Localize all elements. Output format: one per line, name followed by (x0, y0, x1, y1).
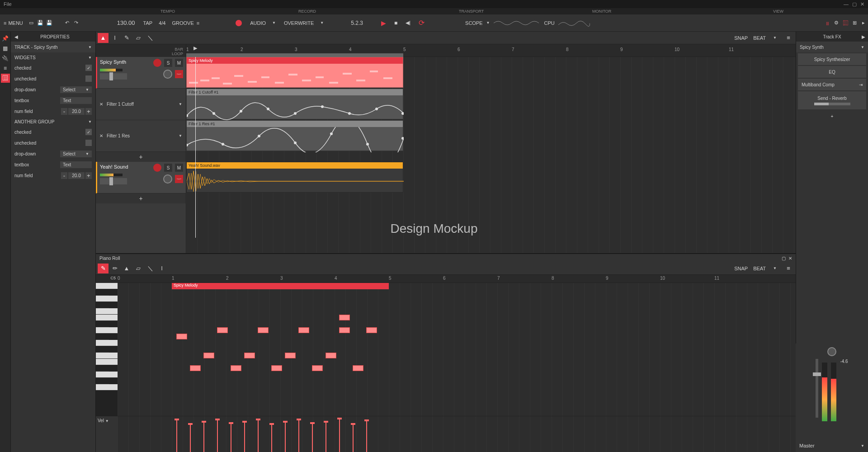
fx-item-comp[interactable]: Multiband Comp⇥ (798, 79, 866, 90)
g2-textbox-input[interactable]: Text (60, 161, 92, 168)
playhead-icon[interactable]: ▶ (193, 45, 197, 51)
fx-add-button[interactable]: + (798, 110, 866, 122)
g2-dropdown-select[interactable]: Select▼ (60, 151, 92, 157)
lane-close-icon-2[interactable]: ✕ (99, 133, 103, 138)
track1-automation-icon[interactable]: 〰 (175, 70, 183, 78)
tool-eraser[interactable]: ▱ (133, 33, 144, 43)
record-mode[interactable]: AUDIO (250, 20, 266, 26)
piano-ruler[interactable]: 0 1 2 3 4 5 6 7 8 9 10 11 (118, 275, 796, 283)
piano-note[interactable] (190, 365, 201, 371)
pr-tool-ibeam[interactable]: I (156, 264, 167, 273)
tool-ibeam[interactable]: I (109, 33, 120, 43)
beat-label[interactable]: BEAT (753, 35, 766, 41)
clip-res[interactable]: Filter 1 Res #1 (186, 120, 403, 151)
piano-note[interactable] (339, 327, 350, 333)
clip-melody[interactable]: Spicy Melody (186, 57, 403, 88)
fx-item-synth[interactable]: Spicy Synthesizer (798, 53, 866, 65)
g2-num-value[interactable]: 20.0 (68, 172, 85, 179)
view-timeline-icon[interactable]: ⫼ (823, 19, 832, 28)
checkbox-unchecked[interactable] (85, 75, 92, 82)
g2-numfield[interactable]: -20.0+ (61, 172, 92, 179)
scope-button[interactable]: SCOPE (465, 20, 483, 26)
track1-volume-slider[interactable] (100, 73, 127, 80)
track2-record-button[interactable] (153, 164, 161, 172)
redo-icon[interactable]: ↷ (72, 19, 81, 28)
save-as-icon[interactable]: 💾 (45, 19, 54, 28)
view-mixer-icon[interactable]: ⚙ (832, 19, 841, 28)
track2-volume-slider[interactable] (100, 178, 127, 184)
piano-note[interactable] (203, 353, 214, 358)
piano-clip-header[interactable]: Spicy Melody (172, 283, 389, 289)
add-track-button[interactable]: + (96, 193, 186, 203)
piano-note[interactable] (326, 353, 336, 358)
back-icon[interactable]: ◀ (14, 34, 18, 39)
piano-note[interactable] (298, 327, 309, 333)
save-icon[interactable]: 💾 (36, 19, 45, 28)
track-caret-icon[interactable]: ▼ (88, 45, 92, 49)
piano-note[interactable] (353, 365, 363, 371)
fx-track-caret-icon[interactable]: ▼ (861, 45, 864, 49)
tool-pencil[interactable]: ✎ (121, 33, 132, 43)
piano-note[interactable] (339, 315, 350, 320)
velocity-header[interactable]: Vel ▼ (96, 416, 118, 452)
track2-solo-button[interactable]: S (164, 164, 172, 172)
track1-pan-knob[interactable] (163, 70, 172, 79)
record-mode-caret-icon[interactable]: ▼ (272, 21, 276, 25)
num-plus[interactable]: + (85, 108, 92, 115)
panel-piano-icon[interactable]: ▦ (1, 44, 10, 53)
fx-track-row[interactable]: Spicy Synth ▼ (796, 42, 868, 52)
timesig[interactable]: 4/4 (159, 20, 165, 26)
g2-num-minus[interactable]: - (61, 172, 67, 179)
view-piano-icon[interactable]: ⿲ (841, 19, 850, 28)
arrange-menu-icon[interactable]: ≡ (783, 33, 794, 43)
lane-header-res[interactable]: ✕Filter 1 Res▼ (96, 120, 186, 152)
textbox-input[interactable]: Text (60, 97, 92, 104)
pr-close-icon[interactable]: ✕ (788, 256, 792, 261)
piano-note[interactable] (176, 334, 187, 339)
velocity-body[interactable] (118, 416, 796, 452)
piano-note[interactable] (258, 327, 269, 333)
piano-note[interactable] (366, 327, 377, 333)
close-icon[interactable]: ✕ (860, 1, 864, 7)
tool-pointer[interactable]: ▲ (98, 33, 108, 43)
fx-item-eq[interactable]: EQ (798, 66, 866, 78)
maximize-icon[interactable]: ▢ (852, 1, 857, 7)
tempo-bpm[interactable]: 130.00 (117, 19, 135, 26)
transport-position[interactable]: 5.2.3 (351, 20, 363, 26)
track1-mute-button[interactable]: M (175, 59, 183, 67)
loop-region[interactable] (186, 53, 403, 57)
g2-checkbox-checked[interactable] (85, 129, 92, 135)
master-volume-slider[interactable] (816, 359, 818, 418)
playhead-line[interactable] (195, 57, 196, 238)
menu-button[interactable]: ≡ MENU (0, 19, 27, 28)
master-caret-icon[interactable]: ▼ (861, 444, 864, 448)
minimize-icon[interactable]: — (844, 1, 849, 7)
timeline[interactable]: ▶ 1 2 3 4 5 6 7 8 9 10 11 (186, 44, 796, 253)
scope-caret-icon[interactable]: ▼ (486, 21, 490, 25)
g2-num-plus[interactable]: + (85, 172, 92, 179)
track-header-2[interactable]: Yeah! Sound S M 〰 (96, 162, 186, 193)
fx-item-reverb[interactable]: Send - Reverb (798, 91, 866, 109)
track2-mute-button[interactable]: M (175, 164, 183, 172)
piano-note[interactable] (244, 353, 255, 358)
groove-menu-icon[interactable]: ≡ (197, 20, 199, 26)
groove-button[interactable]: GROOVE (172, 20, 193, 26)
lane-close-icon[interactable]: ✕ (99, 102, 103, 107)
piano-note[interactable] (231, 365, 241, 371)
record-button[interactable] (236, 20, 242, 26)
pr-maximize-icon[interactable]: ▢ (782, 256, 786, 261)
track2-pan-knob[interactable] (163, 174, 172, 184)
stop-button[interactable]: ■ (394, 20, 397, 26)
pr-snap-caret-icon[interactable]: ▼ (773, 266, 777, 270)
lane-header-cutoff[interactable]: ✕Filter 1 Cutoff▼ (96, 89, 186, 120)
numfield[interactable]: -20.0+ (61, 108, 92, 115)
pr-tool-cut[interactable]: ＼ (145, 264, 156, 273)
undo-icon[interactable]: ↶ (63, 19, 72, 28)
tap-button[interactable]: TAP (143, 20, 153, 26)
view-fx-icon[interactable]: ⊞ (850, 19, 859, 28)
g2-checkbox-unchecked[interactable] (85, 140, 92, 146)
panel-list-icon[interactable]: ≡ (1, 64, 10, 73)
another-group-header[interactable]: ANOTHER GROUP ▼ (11, 117, 95, 127)
widgets-header[interactable]: WIDGETS ▼ (11, 52, 95, 62)
pr-tool-eraser[interactable]: ▱ (133, 264, 144, 273)
